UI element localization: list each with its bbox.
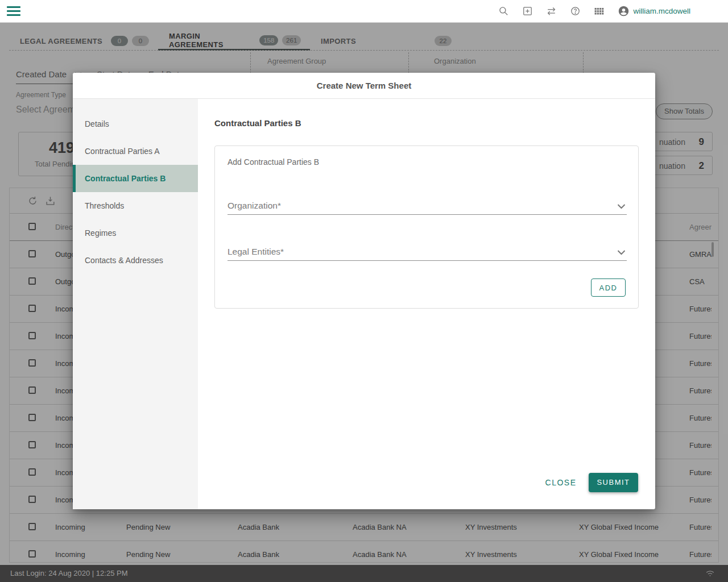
modal-content: Contractual Parties B Add Contractual Pa… <box>198 99 655 509</box>
chevron-down-icon <box>617 250 626 255</box>
swap-icon[interactable] <box>546 6 557 16</box>
topbar: william.mcdowell <box>0 0 728 23</box>
submit-button[interactable]: SUBMIT <box>589 473 638 492</box>
nav-item-contractual-parties-b[interactable]: Contractual Parties B <box>73 165 198 192</box>
menu-icon[interactable] <box>7 6 20 16</box>
last-login-text: Last Login: 24 Aug 2020 | 12:25 PM <box>10 565 127 582</box>
user-menu[interactable]: william.mcdowell <box>618 5 690 17</box>
card-title: Add Contractual Parties B <box>228 157 319 167</box>
chevron-down-icon <box>617 204 626 209</box>
avatar-icon <box>618 5 630 17</box>
status-bar: Last Login: 24 Aug 2020 | 12:25 PM <box>0 565 728 582</box>
search-icon[interactable] <box>498 6 509 16</box>
legal-entities-select[interactable]: Legal Entities* <box>228 243 627 261</box>
wifi-icon <box>705 568 715 578</box>
add-icon[interactable] <box>522 6 533 16</box>
modal-nav: Details Contractual Parties A Contractua… <box>73 99 198 509</box>
create-term-sheet-modal: Create New Term Sheet Details Contractua… <box>73 73 655 509</box>
nav-item-details[interactable]: Details <box>73 110 198 138</box>
close-button[interactable]: CLOSE <box>539 475 582 490</box>
select-label: Legal Entities* <box>228 247 284 257</box>
apps-grid-icon[interactable] <box>594 6 605 16</box>
add-parties-card: Add Contractual Parties B Organization* … <box>214 146 639 309</box>
section-heading: Contractual Parties B <box>214 118 301 128</box>
organization-select[interactable]: Organization* <box>228 197 627 215</box>
app-window: william.mcdowell LEGAL AGREEMENTS 0 0 MA… <box>0 0 728 582</box>
modal-title: Create New Term Sheet <box>73 73 655 99</box>
select-label: Organization* <box>228 201 281 211</box>
help-icon[interactable] <box>570 6 581 16</box>
add-button[interactable]: ADD <box>591 278 626 297</box>
username: william.mcdowell <box>633 7 690 15</box>
nav-item-thresholds[interactable]: Thresholds <box>73 192 198 219</box>
nav-item-regimes[interactable]: Regimes <box>73 219 198 247</box>
nav-item-contacts-addresses[interactable]: Contacts & Addresses <box>73 247 198 274</box>
nav-item-contractual-parties-a[interactable]: Contractual Parties A <box>73 138 198 165</box>
